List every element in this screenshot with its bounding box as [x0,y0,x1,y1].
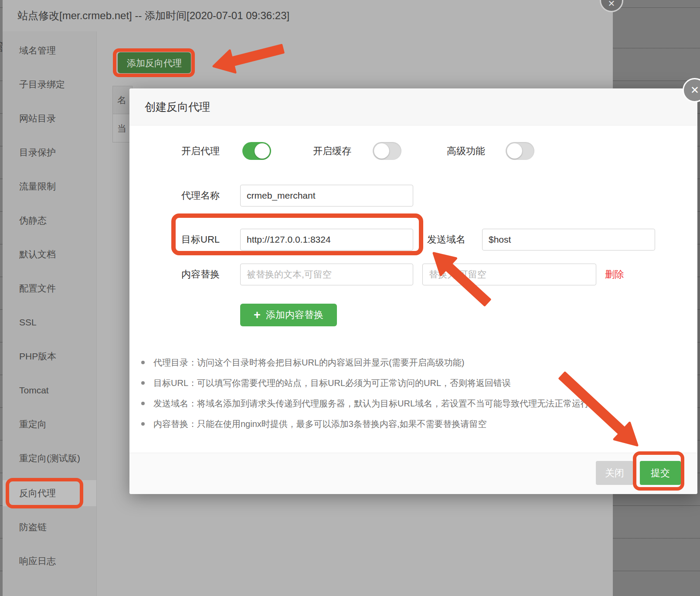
close-button[interactable]: 关闭 [596,461,633,485]
plus-icon: + [254,309,261,321]
create-reverse-proxy-modal: 创建反向代理 开启代理 开启缓存 高级功能 代理名称 目标URL 发送域名 内容… [129,88,697,494]
note-content-replace: 内容替换：只能在使用nginx时提供，最多可以添加3条替换内容,如果不需要替换请… [141,417,487,430]
submit-button[interactable]: 提交 [640,461,681,485]
sidebar-item-default-doc[interactable]: 默认文档 [3,241,96,268]
toggle-label-open-proxy: 开启代理 [181,142,220,160]
add-content-replace-button[interactable]: + 添加内容替换 [240,304,337,326]
toggle-label-open-cache: 开启缓存 [313,142,351,160]
open-cache-toggle[interactable] [373,142,401,160]
sidebar-item-dir-protect[interactable]: 目录保护 [3,139,96,166]
dialog-title: 站点修改[mer.crmeb.net] -- 添加时间[2020-07-01 0… [17,9,289,23]
proxy-name-label: 代理名称 [181,185,220,207]
note-send-domain: 发送域名：将域名添加到请求头传递到代理服务器，默认为目标URL域名，若设置不当可… [141,397,589,410]
replace-source-input[interactable] [240,264,413,285]
bullet-icon [141,381,145,385]
toggle-label-advanced: 高级功能 [447,142,485,160]
send-domain-input[interactable] [482,229,655,251]
modal-title: 创建反向代理 [145,88,210,125]
advanced-feature-toggle[interactable] [506,142,534,160]
sidebar-item-rewrite[interactable]: 伪静态 [3,207,96,234]
bullet-icon [141,422,145,426]
send-domain-label: 发送域名 [427,229,466,251]
sidebar-item-site-dir[interactable]: 网站目录 [3,105,96,132]
modal-footer: 关闭 提交 [129,453,697,494]
sidebar-item-redirect-beta[interactable]: 重定向(测试版) [3,445,96,471]
sidebar-item-hotlink[interactable]: 防盗链 [3,514,96,540]
note-proxy-dir: 代理目录：访问这个目录时将会把目标URL的内容返回并显示(需要开启高级功能) [141,356,464,369]
open-proxy-toggle[interactable] [242,142,271,160]
proxy-name-input[interactable] [240,185,413,207]
sidebar-item-ssl[interactable]: SSL [3,309,96,335]
sidebar-item-domain[interactable]: 域名管理 [3,37,96,64]
toggle-knob [507,143,522,159]
delete-replace-link[interactable]: 删除 [605,264,624,285]
add-content-replace-label: 添加内容替换 [266,308,323,322]
note-target-url: 目标URL：可以填写你需要代理的站点，目标URL必须为可正常访问的URL，否则将… [141,376,511,389]
close-glyph: ✕ [690,84,699,96]
sidebar-item-php-version[interactable]: PHP版本 [3,343,96,369]
close-glyph: ✕ [608,0,615,9]
bullet-icon [141,361,145,364]
sidebar-item-tomcat[interactable]: Tomcat [3,377,96,403]
sidebar-item-subdir[interactable]: 子目录绑定 [3,71,96,98]
modal-header: 创建反向代理 [129,88,697,125]
sidebar-item-redirect[interactable]: 重定向 [3,411,96,437]
sidebar-item-config-file[interactable]: 配置文件 [3,275,96,301]
add-reverse-proxy-button[interactable]: 添加反向代理 [118,52,191,73]
toggle-knob [255,143,270,159]
sidebar-item-reverse-proxy[interactable]: 反向代理 [3,480,96,506]
target-url-label: 目标URL [181,229,220,251]
toggle-knob [374,143,389,159]
content-replace-label: 内容替换 [181,264,220,285]
replace-target-input[interactable] [422,264,596,285]
target-url-input[interactable] [240,229,413,251]
sidebar-item-response-log[interactable]: 响应日志 [3,548,96,574]
sidebar-item-traffic-limit[interactable]: 流量限制 [3,173,96,200]
bullet-icon [141,402,145,405]
